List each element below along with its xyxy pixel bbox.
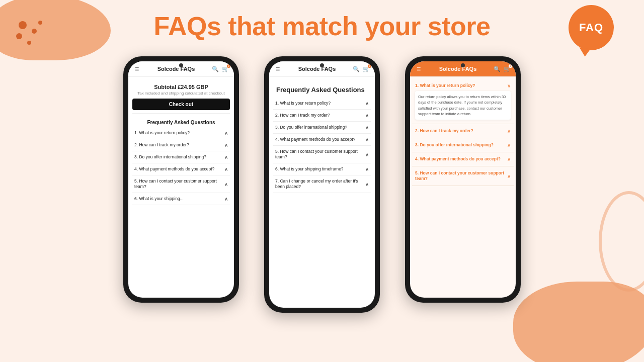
phone-1-search-icon[interactable]: 🔍 xyxy=(212,65,219,72)
faq-item-2-p3-header: 2. How can I track my order? ∧ xyxy=(415,128,511,134)
faq-item-5-p2[interactable]: 5. How can I contact your customer suppo… xyxy=(273,146,371,163)
phone-1-subtotal: Subtotal £24.95 GBP xyxy=(132,84,230,90)
page-title: FAQs that match your store xyxy=(0,0,644,41)
faq-item-7-p2[interactable]: 7. Can I change or cancel my order after… xyxy=(273,175,371,193)
phone-1-faq-title: Frequently Asked Questions xyxy=(132,117,230,127)
faq-item-4-p3-header: 4. What payment methods do you accept? ∧ xyxy=(415,156,511,162)
phone-2-faq-list: 1. What is your return policy?∧ 2. How c… xyxy=(273,98,371,193)
faq-item-4-p3[interactable]: 4. What payment methods do you accept? ∧ xyxy=(412,152,514,166)
phone-3-camera xyxy=(461,63,465,67)
chevron-icon: ∧ xyxy=(365,113,369,118)
phone-1-checkout-button[interactable]: Check out xyxy=(132,99,230,110)
phone-2-camera xyxy=(320,63,324,67)
faq-item-4-p2[interactable]: 4. What payment methods do you accept?∧ xyxy=(273,134,371,146)
faq-item-1-p3-header: 1. What is your return policy? ∨ xyxy=(415,83,511,88)
phone-3-navbar-title: Solcode FAQs xyxy=(439,66,477,72)
faq-item-1-p3[interactable]: 1. What is your return policy? ∨ Our ret… xyxy=(412,79,514,124)
faq-item-1-p2[interactable]: 1. What is your return policy?∧ xyxy=(273,98,371,110)
chevron-up-icon: ∧ xyxy=(507,173,511,179)
chevron-icon: ∧ xyxy=(365,166,369,172)
chevron-icon: ∧ xyxy=(365,137,369,142)
chevron-up-icon: ∧ xyxy=(507,128,511,134)
faq-item-3-p3-header: 3. Do you offer international shipping? … xyxy=(415,142,511,148)
faq-item-3-p3[interactable]: 3. Do you offer international shipping? … xyxy=(412,138,514,152)
faq-item-3-p2[interactable]: 3. Do you offer international shipping?∧ xyxy=(273,122,371,134)
chevron-icon: ∧ xyxy=(224,166,228,172)
phone-3-cart-badge: 1 xyxy=(509,64,512,68)
phone-1-hamburger-icon[interactable] xyxy=(133,65,140,72)
phone-1-camera xyxy=(179,63,183,67)
phone-1-faq-list: 1. What is your return policy?∧ 2. How c… xyxy=(132,127,230,205)
phone-3-cart-icon[interactable]: 🛒1 xyxy=(504,66,511,72)
faq-item-6-p2[interactable]: 6. What is your shipping timeframe?∧ xyxy=(273,163,371,175)
phone-3-navbar-icons: 🔍 🛒1 xyxy=(494,65,511,72)
chevron-icon: ∧ xyxy=(365,182,369,187)
chevron-icon: ∧ xyxy=(365,152,369,157)
chevron-icon: ∧ xyxy=(224,142,228,148)
phone-3-search-icon[interactable]: 🔍 xyxy=(494,65,501,72)
chevron-up-icon: ∧ xyxy=(507,156,511,162)
faq-item-2-p1[interactable]: 2. How can I track my order?∧ xyxy=(132,139,230,151)
phone-3: Solcode FAQs 🔍 🛒1 1. What is your return… xyxy=(405,56,521,303)
faq-item-5-p3-header: 5. How can I contact your customer suppo… xyxy=(415,170,511,182)
chevron-icon: ∧ xyxy=(365,125,369,130)
faq-item-5-p1[interactable]: 5. How can I contact your customer suppo… xyxy=(132,175,230,193)
faq-item-4-p1[interactable]: 4. What payment methods do you accept?∧ xyxy=(132,163,230,175)
faq-item-5-p3[interactable]: 5. How can I contact your customer suppo… xyxy=(412,166,514,186)
chevron-icon: ∧ xyxy=(365,101,369,106)
phone-2-content: Frequently Asked Questions 1. What is yo… xyxy=(269,77,375,308)
phone-2-cart-icon[interactable]: 🛒1 xyxy=(363,66,370,72)
chevron-icon: ∧ xyxy=(224,130,228,136)
chevron-icon: ∧ xyxy=(224,196,228,202)
phone-2-faq-page-title: Frequently Asked Questions xyxy=(273,81,371,98)
phone-3-inner: Solcode FAQs 🔍 🛒1 1. What is your return… xyxy=(410,61,516,298)
chevron-down-icon: ∨ xyxy=(507,83,511,88)
faq-item-1-p3-answer: Our return policy allows you to return i… xyxy=(415,91,511,120)
phone-2-cart-badge: 1 xyxy=(368,64,371,68)
phone-2-navbar-icons: 🔍 🛒1 xyxy=(353,65,370,72)
phone-1-cart-icon[interactable]: 🛒1 xyxy=(222,66,229,72)
phone-1-navbar-icons: 🔍 🛒1 xyxy=(212,65,229,72)
phone-2: Solcode FAQs 🔍 🛒1 Frequently Asked Quest… xyxy=(264,56,380,313)
faq-item-2-p3[interactable]: 2. How can I track my order? ∧ xyxy=(412,124,514,138)
chevron-icon: ∧ xyxy=(224,182,228,187)
faq-item-2-p2[interactable]: 2. How can I track my order?∧ xyxy=(273,110,371,122)
phone-1-content: Subtotal £24.95 GBP Tax included and shi… xyxy=(128,77,234,298)
phone-1-tax-note: Tax included and shipping calculated at … xyxy=(132,91,230,96)
phone-1-inner: Solcode FAQs 🔍 🛒1 Subtotal £24.95 GBP Ta… xyxy=(128,61,234,298)
chevron-up-icon: ∧ xyxy=(507,142,511,148)
phone-2-navbar-title: Solcode FAQs xyxy=(298,66,336,72)
faq-item-6-p1[interactable]: 6. What is your shipping...∧ xyxy=(132,193,230,205)
phone-1: Solcode FAQs 🔍 🛒1 Subtotal £24.95 GBP Ta… xyxy=(123,56,239,303)
phone-2-search-icon[interactable]: 🔍 xyxy=(353,65,360,72)
faq-item-3-p1[interactable]: 3. Do you offer international shipping?∧ xyxy=(132,151,230,163)
chevron-icon: ∧ xyxy=(224,154,228,160)
phone-2-inner: Solcode FAQs 🔍 🛒1 Frequently Asked Quest… xyxy=(269,61,375,308)
phones-container: Solcode FAQs 🔍 🛒1 Subtotal £24.95 GBP Ta… xyxy=(0,41,644,313)
phone-3-content: 1. What is your return policy? ∨ Our ret… xyxy=(410,77,516,298)
phone-1-cart-section: Subtotal £24.95 GBP Tax included and shi… xyxy=(132,81,230,114)
phone-3-hamburger-icon[interactable] xyxy=(415,65,422,72)
phone-1-navbar-title: Solcode FAQs xyxy=(157,66,195,72)
phone-1-cart-badge: 1 xyxy=(227,64,230,68)
phone-2-hamburger-icon[interactable] xyxy=(274,65,281,72)
faq-item-1-p1[interactable]: 1. What is your return policy?∧ xyxy=(132,127,230,139)
